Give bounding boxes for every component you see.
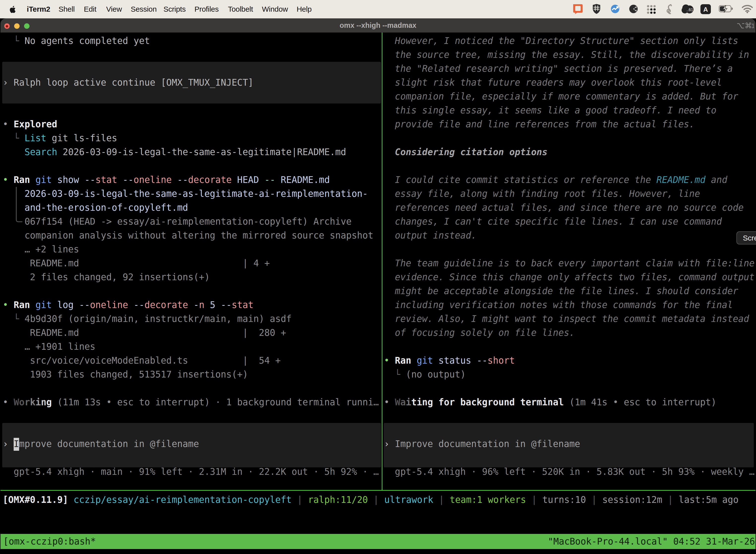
svg-text:..61: ..61 — [687, 8, 693, 12]
svg-text:1: 1 — [751, 22, 754, 29]
svg-text:A: A — [703, 6, 708, 13]
